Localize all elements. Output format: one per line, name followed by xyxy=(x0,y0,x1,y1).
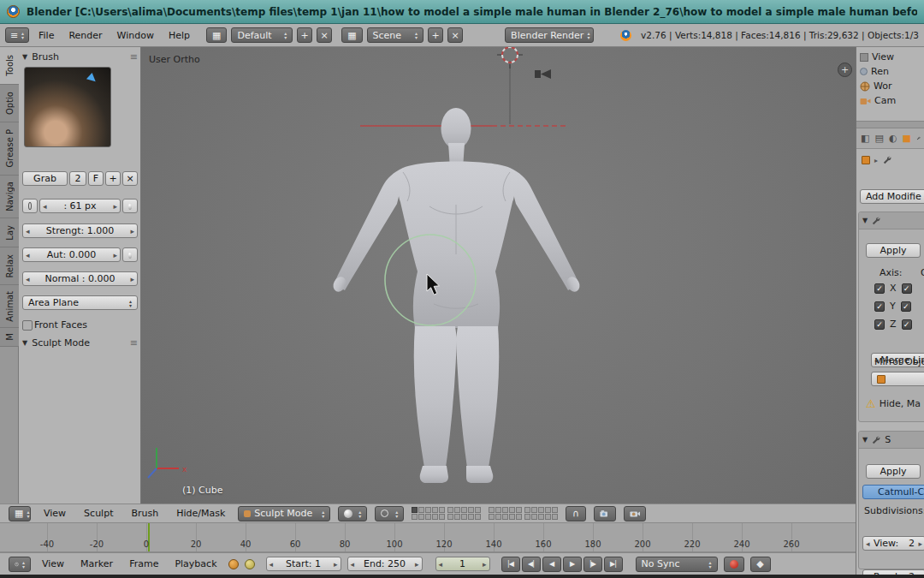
viewport-shading-select[interactable] xyxy=(338,506,367,521)
keying-set-button[interactable]: ◆ xyxy=(750,557,771,572)
outliner-row[interactable]: Cam xyxy=(860,94,924,107)
layer-cell[interactable] xyxy=(447,507,453,513)
tab-world-icon[interactable]: ◐ xyxy=(889,133,897,144)
axis-z-checkbox[interactable]: ✓ xyxy=(874,319,885,330)
layers-widget[interactable] xyxy=(412,507,481,520)
radius-unit-icon[interactable] xyxy=(22,199,38,213)
layer-cell[interactable] xyxy=(545,507,551,513)
menu-playback[interactable]: Playback xyxy=(169,558,222,569)
brush-preview[interactable] xyxy=(24,67,111,147)
tab-modifiers-icon[interactable] xyxy=(916,133,921,144)
jump-prev-keyframe-button[interactable]: ◀| xyxy=(522,557,541,572)
layer-cell[interactable] xyxy=(502,514,508,520)
front-faces-checkbox[interactable] xyxy=(22,320,33,331)
frame-start-field[interactable]: Start: 1 xyxy=(266,557,341,571)
layer-cell[interactable] xyxy=(552,514,558,520)
menu-window[interactable]: Window xyxy=(112,30,159,41)
brush-panel-header[interactable]: ▼ Brush ≡ xyxy=(22,49,138,64)
tab-animation[interactable]: Animat xyxy=(0,285,19,328)
menu-file[interactable]: File xyxy=(33,30,59,41)
tab-navigation[interactable]: Naviga xyxy=(0,176,19,218)
brush-users-button[interactable]: 2 xyxy=(69,171,86,186)
editor-type-button[interactable]: ▦ xyxy=(9,506,31,521)
layer-cell[interactable] xyxy=(509,514,515,520)
menu-view[interactable]: View xyxy=(37,558,69,569)
option-checkbox[interactable]: ✓ xyxy=(901,301,911,312)
lock-layers-widget[interactable] xyxy=(489,507,558,520)
menu-help[interactable]: Help xyxy=(163,30,195,41)
subsurf-algorithm-button[interactable]: Catmull-Cla xyxy=(862,485,924,499)
menu-brush[interactable]: Brush xyxy=(126,508,163,519)
autosmooth-pressure-toggle[interactable] xyxy=(122,247,138,262)
layer-cell[interactable] xyxy=(495,507,501,513)
layer-cell[interactable] xyxy=(432,507,438,513)
layer-cell[interactable] xyxy=(412,514,418,520)
jump-to-start-button[interactable]: |◀ xyxy=(501,557,520,572)
scene-field[interactable]: Scene xyxy=(367,27,424,43)
normal-weight-slider[interactable]: Normal : 0.000 xyxy=(22,271,138,286)
auto-keyframe-record-button[interactable] xyxy=(724,557,744,572)
axis-x-checkbox[interactable]: ✓ xyxy=(874,283,885,294)
tab-options[interactable]: Optio xyxy=(0,85,19,122)
tab-render-icon[interactable]: ◧ xyxy=(861,133,869,144)
jump-to-end-button[interactable]: ▶| xyxy=(604,557,623,572)
play-button[interactable]: ▶ xyxy=(563,557,582,572)
current-frame-field[interactable]: 1 xyxy=(435,557,490,571)
layer-cell[interactable] xyxy=(475,507,481,513)
tab-relax[interactable]: Relax xyxy=(0,247,19,285)
tab-tools[interactable]: Tools xyxy=(0,47,19,85)
screen-add-button[interactable]: + xyxy=(297,27,312,43)
layer-cell[interactable] xyxy=(502,507,508,513)
keying-options-button[interactable] xyxy=(245,559,255,569)
human-model[interactable] xyxy=(331,108,583,483)
menu-render[interactable]: Render xyxy=(63,30,107,41)
jump-next-keyframe-button[interactable]: |▶ xyxy=(583,557,602,572)
layer-cell[interactable] xyxy=(412,507,418,513)
layer-cell[interactable] xyxy=(516,514,522,520)
layer-cell[interactable] xyxy=(454,507,460,513)
layer-cell[interactable] xyxy=(538,507,544,513)
radius-pressure-toggle[interactable] xyxy=(122,199,138,213)
layer-cell[interactable] xyxy=(524,507,530,513)
brush-add-button[interactable]: + xyxy=(105,171,121,186)
layer-cell[interactable] xyxy=(495,514,501,520)
camera-object[interactable] xyxy=(535,69,551,79)
menu-view[interactable]: View xyxy=(38,508,71,519)
layer-cell[interactable] xyxy=(461,507,467,513)
layer-cell[interactable] xyxy=(418,514,424,520)
brush-unlink-button[interactable]: × xyxy=(122,171,138,186)
sculpt-plane-select[interactable]: Area Plane xyxy=(22,295,138,310)
frame-end-field[interactable]: End: 250 xyxy=(347,557,423,571)
menu-hide-mask[interactable]: Hide/Mask xyxy=(171,508,230,519)
tab-scene-icon[interactable]: ▤ xyxy=(874,133,883,144)
editor-type-button[interactable] xyxy=(9,557,31,572)
layer-cell[interactable] xyxy=(545,514,551,520)
scene-add-button[interactable]: + xyxy=(428,27,443,43)
layer-cell[interactable] xyxy=(432,514,438,520)
subsurf-modifier-header[interactable]: ▼ S xyxy=(859,432,924,449)
outliner-row[interactable]: View xyxy=(860,51,924,63)
sync-mode-select[interactable]: No Sync xyxy=(636,557,718,572)
layer-cell[interactable] xyxy=(489,507,495,513)
layer-cell[interactable] xyxy=(489,514,495,520)
layer-cell[interactable] xyxy=(475,514,481,520)
subsurf-view-stepper[interactable]: View:2 xyxy=(862,536,924,551)
mirror-object-field[interactable] xyxy=(871,372,924,386)
tab-layers[interactable]: Lay xyxy=(0,218,19,247)
strength-slider[interactable]: Strengt: 1.000 xyxy=(22,223,138,238)
outliner-row[interactable]: Ren xyxy=(860,65,924,78)
tab-object-icon[interactable]: ■ xyxy=(902,133,910,144)
viewport-3d-canvas[interactable]: x xyxy=(141,47,856,504)
3d-viewport[interactable]: x User Ortho (1) Cube + xyxy=(141,47,856,504)
editor-type-button[interactable]: ≡ xyxy=(5,27,29,43)
preview-range-button[interactable] xyxy=(228,559,239,569)
layer-cell[interactable] xyxy=(468,507,474,513)
layer-cell[interactable] xyxy=(447,514,453,520)
layer-cell[interactable] xyxy=(531,514,537,520)
layer-cell[interactable] xyxy=(531,507,537,513)
subsurf-apply-button[interactable]: Apply xyxy=(866,464,921,479)
tab-grease-pencil[interactable]: Grease P xyxy=(0,122,19,176)
snap-magnet-button[interactable]: ∩ xyxy=(566,506,586,521)
radius-slider[interactable]: : 61 px xyxy=(39,199,121,213)
timeline-ruler[interactable]: -40 -20 0 20 40 60 80 100 120 140 160 18… xyxy=(0,523,856,552)
